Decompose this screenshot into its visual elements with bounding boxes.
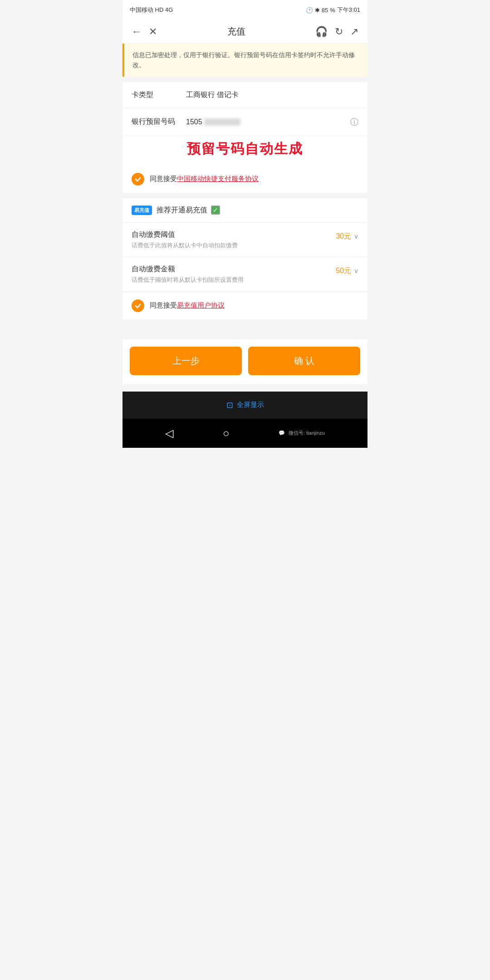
nav-bar: ← ✕ 充值 🎧 ↻ ↗ — [122, 20, 368, 44]
notice-text: 信息已加密处理，仅用于银行验证。银行预留号码在信用卡签约时不允许手动修改。 — [132, 51, 355, 69]
prev-button[interactable]: 上一步 — [130, 347, 242, 375]
nav-bottom: ◁ ○ 💬 微信号: tianjinzu — [122, 419, 368, 448]
easy-recharge-section: 易充值 推荐开通易充值 ✓ — [122, 198, 368, 223]
confirm-button[interactable]: 确 认 — [248, 347, 360, 375]
wechat-label: 💬 微信号: tianjinzu — [279, 430, 324, 436]
auto-pay-threshold-info: 自动缴费阈值 话费低于此值将从默认卡中自动扣款缴费 — [132, 230, 238, 250]
auto-pay-threshold-row: 自动缴费阈值 话费低于此值将从默认卡中自动扣款缴费 30元 ∨ — [122, 223, 368, 257]
bottom-bar: ⊡ 全屏显示 — [122, 392, 368, 419]
amount-chevron-icon: ∨ — [354, 267, 358, 274]
agreement1-row: 同意接受中国移动快捷支付服务协议 — [122, 166, 368, 193]
nav-left: ← ✕ — [132, 26, 157, 38]
nav-right: 🎧 ↻ ↗ — [315, 26, 358, 38]
phone-label: 银行预留号码 — [132, 117, 186, 127]
clock-icon: 🕐 — [306, 7, 313, 14]
agreement2-row: 同意接受易充值用户协议 — [122, 292, 368, 319]
auto-pay-amount-info: 自动缴费金额 话费低于阈值时将从默认卡扣除所设置费用 — [132, 265, 244, 284]
bottom-buttons: 上一步 确 认 — [122, 339, 368, 384]
easy-recharge-badge: 易充值 — [132, 206, 152, 215]
auto-pay-amount-inner: 自动缴费金额 话费低于阈值时将从默认卡扣除所设置费用 50元 ∨ — [132, 265, 358, 284]
easy-recharge-checkbox[interactable]: ✓ — [211, 206, 220, 215]
back-nav-button[interactable]: ◁ — [165, 427, 173, 440]
agreement2-link[interactable]: 易充值用户协议 — [177, 301, 225, 309]
phone-blur — [204, 118, 240, 126]
auto-pay-amount-row: 自动缴费金额 话费低于阈值时将从默认卡扣除所设置费用 50元 ∨ — [122, 257, 368, 292]
main-content: 卡类型 工商银行 借记卡 银行预留号码 1505 ⓘ 预留号码自动生成 同意接受… — [122, 82, 368, 193]
battery-text: 85 — [322, 7, 328, 14]
watermark-text: 预留号码自动生成 — [187, 141, 303, 156]
fullscreen-icon: ⊡ — [226, 400, 233, 410]
auto-pay-threshold-value-area[interactable]: 30元 ∨ — [336, 232, 358, 241]
fullscreen-label[interactable]: 全屏显示 — [237, 401, 264, 409]
auto-pay-threshold-value: 30元 — [336, 232, 351, 241]
agreement1-link[interactable]: 中国移动快捷支付服务协议 — [177, 175, 259, 182]
phone-value: 1505 — [186, 118, 202, 126]
close-button[interactable]: ✕ — [149, 26, 157, 38]
carrier-text: 中国移动 HD 4G — [130, 6, 173, 14]
section-divider-1 — [122, 193, 368, 198]
card-type-value: 工商银行 借记卡 — [186, 90, 358, 100]
agreement2-text: 同意接受易充值用户协议 — [150, 301, 225, 310]
info-icon[interactable]: ⓘ — [350, 117, 358, 127]
status-bar: 中国移动 HD 4G 🕐 ✱ 85% 下午3:01 — [122, 0, 368, 20]
auto-pay-amount-value: 50元 — [336, 266, 351, 276]
auto-pay-threshold-desc: 话费低于此值将从默认卡中自动扣款缴费 — [132, 241, 238, 250]
home-nav-button[interactable]: ○ — [223, 427, 230, 440]
phone-field: 1505 — [186, 118, 347, 126]
phone-row: 银行预留号码 1505 ⓘ — [122, 108, 368, 136]
card-type-row: 卡类型 工商银行 借记卡 — [122, 82, 368, 108]
card-type-label: 卡类型 — [132, 90, 186, 100]
agreement1-text: 同意接受中国移动快捷支付服务协议 — [150, 175, 259, 183]
auto-pay-amount-title: 自动缴费金额 — [132, 265, 244, 274]
section-divider-2 — [122, 319, 368, 330]
refresh-icon[interactable]: ↻ — [335, 26, 343, 38]
back-button[interactable]: ← — [132, 26, 142, 38]
agreement2-check[interactable] — [132, 299, 144, 312]
status-right: 🕐 ✱ 85% 下午3:01 — [306, 6, 360, 14]
headset-icon[interactable]: 🎧 — [315, 26, 328, 38]
auto-pay-amount-value-area[interactable]: 50元 ∨ — [336, 266, 358, 276]
page-title: 充值 — [157, 25, 315, 38]
notice-banner: 信息已加密处理，仅用于银行验证。银行预留号码在信用卡签约时不允许手动修改。 — [122, 44, 368, 77]
auto-pay-amount-desc: 话费低于阈值时将从默认卡扣除所设置费用 — [132, 276, 244, 284]
auto-pay-threshold-inner: 自动缴费阈值 话费低于此值将从默认卡中自动扣款缴费 30元 ∨ — [132, 230, 358, 250]
time-text: 下午3:01 — [337, 6, 360, 14]
bluetooth-icon: ✱ — [315, 7, 320, 14]
phone-row-wrapper: 银行预留号码 1505 ⓘ 预留号码自动生成 — [122, 108, 368, 166]
auto-pay-threshold-title: 自动缴费阈值 — [132, 230, 238, 240]
share-icon[interactable]: ↗ — [350, 26, 358, 38]
threshold-chevron-icon: ∨ — [354, 233, 358, 240]
easy-recharge-label: 推荐开通易充值 — [157, 206, 207, 215]
agreement1-check[interactable] — [132, 173, 144, 186]
